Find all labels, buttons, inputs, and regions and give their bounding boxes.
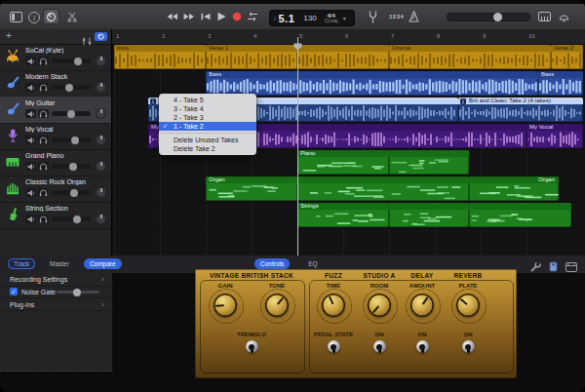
- pan-knob[interactable]: [96, 135, 106, 145]
- view-tab-eq[interactable]: EQ: [302, 258, 323, 269]
- toggle-on[interactable]: [462, 340, 475, 353]
- mute-button[interactable]: [25, 109, 36, 118]
- volume-knob[interactable]: [67, 110, 75, 118]
- play-button[interactable]: [214, 11, 228, 22]
- record-button[interactable]: [230, 11, 244, 22]
- volume-knob[interactable]: [74, 58, 82, 65]
- solo-button[interactable]: [38, 136, 49, 144]
- solo-button[interactable]: [38, 109, 49, 118]
- smart-controls-button[interactable]: [43, 9, 59, 24]
- pan-knob[interactable]: [96, 187, 106, 198]
- editors-scissors-icon[interactable]: [64, 10, 80, 23]
- region-organ[interactable]: Organ: [469, 176, 559, 201]
- knob-amount[interactable]: [410, 294, 434, 317]
- track-header-my-guitar[interactable]: My Guitar: [0, 97, 111, 124]
- chevron-down-icon[interactable]: ▾: [343, 15, 346, 21]
- pan-knob[interactable]: [96, 108, 106, 119]
- track-header-grand-piano[interactable]: Grand Piano: [0, 149, 111, 176]
- solo-button[interactable]: [38, 162, 49, 171]
- volume-slider[interactable]: [52, 137, 91, 142]
- noise-gate-slider[interactable]: [57, 291, 99, 294]
- library-icon[interactable]: [8, 10, 23, 23]
- tab-master[interactable]: Master: [44, 258, 75, 269]
- toggle-pedal-state[interactable]: [328, 340, 340, 353]
- plugins-row[interactable]: Plug-ins ›: [0, 297, 112, 311]
- mixer-toggle-button[interactable]: [95, 32, 107, 41]
- volume-slider[interactable]: [52, 111, 91, 116]
- region-green-segment[interactable]: [389, 203, 469, 227]
- region-piano[interactable]: Piano: [297, 150, 389, 175]
- pan-knob[interactable]: [96, 82, 106, 93]
- lcd-display[interactable]: ♪ 5.1 130 4/4 Cmaj ▾: [269, 10, 355, 26]
- tab-track[interactable]: Track: [8, 258, 35, 269]
- pan-knob[interactable]: [96, 56, 106, 66]
- solo-button[interactable]: [38, 215, 49, 223]
- knob-plate[interactable]: [456, 294, 480, 317]
- toggle-on[interactable]: [416, 340, 429, 353]
- track-header-socal-kyle[interactable]: SoCal (Kyle): [0, 44, 111, 71]
- region-bass[interactable]: Bass: [206, 71, 538, 96]
- pan-knob[interactable]: [96, 161, 106, 172]
- volume-slider[interactable]: [52, 59, 91, 63]
- volume-slider[interactable]: [52, 216, 91, 221]
- mute-button[interactable]: [25, 83, 36, 92]
- knob-tone[interactable]: [265, 294, 289, 317]
- track-header-modern-stack[interactable]: Modern Stack: [0, 70, 111, 98]
- volume-knob[interactable]: [65, 84, 73, 92]
- menu-item-1-take-2[interactable]: ✓1 - Take 2: [159, 122, 256, 131]
- view-tab-controls[interactable]: Controls: [254, 258, 290, 269]
- volume-knob[interactable]: [70, 189, 78, 197]
- track-header-classic-rock-organ[interactable]: Classic Rock Organ: [0, 176, 111, 203]
- noise-gate-checkbox[interactable]: ✓: [10, 288, 18, 295]
- region-verse-2[interactable]: Verse 2: [551, 45, 583, 69]
- noise-gate-knob[interactable]: [73, 289, 81, 296]
- metronome-icon[interactable]: [406, 10, 421, 23]
- pedalboard-icon[interactable]: [549, 258, 558, 276]
- volume-knob[interactable]: [71, 137, 79, 144]
- mute-button[interactable]: [25, 188, 36, 197]
- region-my-vocal[interactable]: My Vocal: [526, 124, 583, 148]
- track-header-my-vocal[interactable]: My Vocal: [0, 123, 111, 150]
- menu-item-3-take-4[interactable]: 3 - Take 4: [159, 104, 256, 113]
- solo-button[interactable]: [38, 83, 49, 92]
- go-to-beginning-button[interactable]: [199, 11, 213, 22]
- mute-button[interactable]: [25, 162, 36, 171]
- master-volume-slider[interactable]: [447, 13, 530, 21]
- region-green-segment[interactable]: [469, 203, 571, 227]
- menu-item-4-take-5[interactable]: 4 - Take 5: [159, 96, 256, 104]
- quick-help-icon[interactable]: i: [28, 12, 40, 23]
- playhead-marker[interactable]: [293, 37, 302, 45]
- add-track-button[interactable]: +: [6, 30, 12, 41]
- volume-slider[interactable]: [52, 164, 91, 169]
- volume-slider[interactable]: [52, 85, 91, 90]
- region-intro[interactable]: Intro: [114, 45, 206, 69]
- volume-knob[interactable]: [69, 163, 77, 171]
- region-chorus[interactable]: Chorus: [389, 45, 551, 69]
- master-volume-knob[interactable]: [493, 13, 502, 21]
- bar-ruler[interactable]: 12345678910: [112, 29, 585, 45]
- region-brit-and-clean-take-2-4-takes[interactable]: 1Brit and Clean: Take 2 (4 takes): [458, 98, 583, 122]
- mute-button[interactable]: [25, 215, 36, 223]
- musical-typing-icon[interactable]: [536, 10, 552, 23]
- menu-item-delete-unused-takes[interactable]: Delete Unused Takes: [159, 136, 256, 144]
- toggle-tremolo[interactable]: [246, 340, 258, 353]
- forward-button[interactable]: [182, 11, 196, 22]
- notifications-bell-icon[interactable]: [556, 10, 571, 23]
- pan-knob[interactable]: [96, 214, 106, 224]
- menu-item-2-take-3[interactable]: 2 - Take 3: [159, 113, 256, 122]
- toggle-on[interactable]: [373, 340, 386, 353]
- mute-button[interactable]: [25, 136, 36, 144]
- volume-slider[interactable]: [52, 190, 91, 195]
- recording-settings-row[interactable]: Recording Settings ›: [0, 273, 112, 287]
- rewind-button[interactable]: [166, 11, 179, 22]
- cycle-button[interactable]: [246, 11, 259, 22]
- region-green-segment[interactable]: [389, 150, 469, 175]
- region-strings[interactable]: Strings: [297, 203, 389, 227]
- knob-room[interactable]: [368, 294, 391, 317]
- knob-time[interactable]: [322, 294, 345, 317]
- solo-button[interactable]: [38, 57, 49, 65]
- region-green-segment[interactable]: [297, 176, 469, 201]
- tab-compare[interactable]: Compare: [84, 258, 122, 269]
- playhead[interactable]: [297, 37, 298, 255]
- track-header-string-section[interactable]: String Section: [0, 202, 111, 229]
